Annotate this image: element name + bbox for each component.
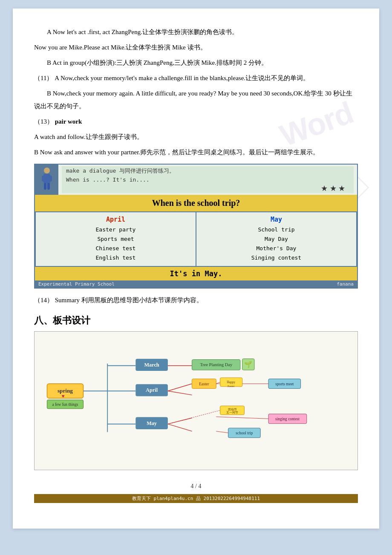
- svg-rect-2: [42, 176, 45, 182]
- svg-text:Happy: Happy: [227, 381, 235, 384]
- svg-text:a few fun things: a few fun things: [52, 403, 78, 407]
- dialogue-line2: When is ....? It's in....: [62, 176, 354, 184]
- april-item-1: Easter party: [40, 225, 191, 234]
- may-header: May: [201, 216, 352, 223]
- page: Word A Now let's act .first, act ZhangPe…: [13, 9, 379, 529]
- page-number: 4 / 4: [34, 483, 358, 490]
- para-4-text: A Now,check your memory/let's make a cha…: [55, 75, 309, 81]
- svg-text:♥: ♥: [62, 394, 65, 399]
- may-item-4: Singing contest: [201, 253, 352, 263]
- svg-rect-4: [44, 183, 46, 190]
- svg-line-41: [216, 431, 228, 433]
- svg-text:五一同节: 五一同节: [226, 411, 238, 414]
- image-box-footer: Experimental Primary School fanana: [35, 280, 357, 288]
- para-6-bold: pair work: [55, 118, 82, 125]
- svg-rect-3: [49, 176, 52, 182]
- events-table: April Easter party Sports meet Chinese t…: [35, 211, 357, 267]
- svg-text:Easter: Easter: [199, 382, 209, 386]
- para-8: B Now ask and answer with your partner.师…: [34, 146, 358, 159]
- svg-point-0: [44, 168, 50, 173]
- svg-text:spring: spring: [58, 387, 73, 394]
- para-6-label: （13）: [34, 118, 53, 125]
- may-col: May School trip May Day Mother's Day Sin…: [196, 212, 356, 266]
- para-3: B Act in group(小组扮演):三人扮演 ZhangPeng,三人扮演…: [34, 56, 358, 69]
- para-9: （14） Summary 利用黑板的思维导图小结本节课所学内容。: [34, 294, 358, 306]
- svg-text:March: March: [144, 362, 159, 368]
- svg-rect-5: [47, 183, 50, 190]
- april-header: April: [40, 216, 191, 223]
- may-item-1: School trip: [201, 225, 352, 234]
- svg-text:Tree Planting Day: Tree Planting Day: [200, 362, 233, 367]
- svg-line-37: [216, 417, 268, 419]
- april-item-2: Sports meet: [40, 234, 191, 244]
- mindmap-container: spring a few fun things ♥ March April Ma…: [34, 331, 358, 470]
- para-7: A watch and follow.让学生跟例子读书。: [34, 130, 358, 143]
- svg-text:sports meet: sports meet: [275, 382, 294, 386]
- answer-banner: It's in May.: [35, 267, 357, 280]
- dialogue-image-box: make a dialogue 与同伴进行问答练习。 When is ....?…: [34, 164, 358, 289]
- stars: ★ ★ ★: [62, 184, 354, 193]
- mindmap-svg: spring a few fun things ♥ March April Ma…: [43, 340, 349, 460]
- svg-line-45: [216, 382, 220, 384]
- question-banner: When is the school trip?: [35, 195, 357, 211]
- may-item-2: May Day: [201, 234, 352, 244]
- svg-text:school trip: school trip: [236, 431, 253, 436]
- svg-text:🌱: 🌱: [244, 360, 252, 368]
- svg-line-27: [168, 384, 192, 391]
- april-col: April Easter party Sports meet Chinese t…: [36, 212, 196, 266]
- april-item-4: English test: [40, 253, 191, 263]
- figure-icon: [38, 167, 55, 193]
- svg-text:singing contest: singing contest: [275, 417, 300, 422]
- svg-text:Easter: Easter: [228, 384, 235, 387]
- para-9-label: （14）: [34, 297, 53, 304]
- svg-text:May: May: [147, 420, 157, 426]
- para-2: Now you are Mike.Please act Mike.让全体学生扮演…: [34, 41, 358, 54]
- para-5: B Now,check your memory again. A little …: [34, 87, 358, 113]
- img-bottom-left: Experimental Primary School: [38, 281, 115, 287]
- para-4: （11） A Now,check your memory/let's make …: [34, 72, 358, 84]
- may-item-3: Mother's Day: [201, 244, 352, 253]
- svg-line-38: [168, 424, 192, 431]
- para-6: （13） pair work: [34, 115, 358, 128]
- dialogue-line1: make a dialogue 与同伴进行问答练习。: [62, 166, 354, 176]
- svg-line-49: [168, 410, 220, 424]
- april-item-3: Chinese test: [40, 244, 191, 253]
- para-1: A Now let's act .first, act ZhangPeng.让全…: [34, 26, 358, 38]
- section-h2: 八、板书设计: [34, 314, 358, 327]
- img-bottom-right: fanana: [337, 281, 354, 287]
- svg-text:April: April: [146, 387, 158, 393]
- footer-bar: 教育天下 plan4plan4u.cn 品 201320222649949481…: [34, 494, 358, 503]
- svg-line-30: [168, 391, 192, 395]
- para-9-text: Summary 利用黑板的思维导图小结本节课所学内容。: [55, 297, 203, 304]
- svg-text:劳动节: 劳动节: [228, 408, 237, 411]
- para-4-label: （11）: [34, 75, 53, 81]
